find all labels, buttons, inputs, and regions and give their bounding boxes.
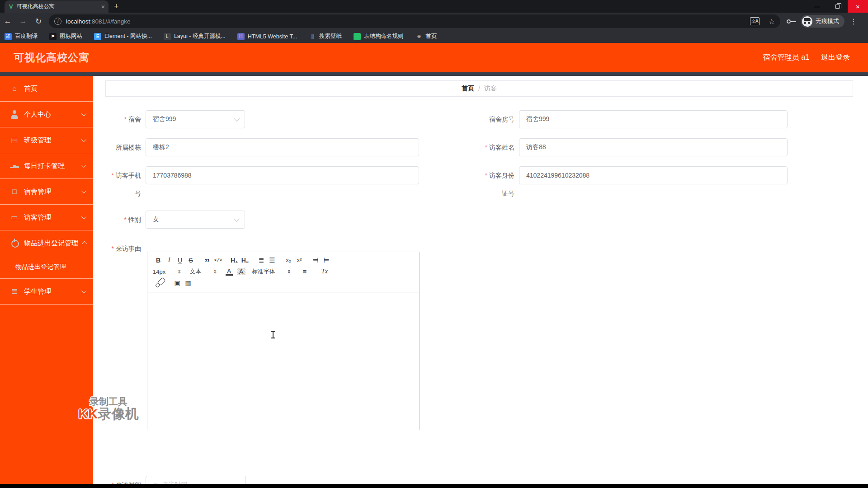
superscript-button[interactable]: x² (294, 256, 305, 264)
id-card-input[interactable]: 410224199610232088 (519, 166, 788, 184)
url-text[interactable]: localhost:8081/#/fangke (66, 18, 745, 25)
bookmark-item[interactable]: |||搜索壁纸 (309, 33, 342, 40)
blockquote-button[interactable]: ” (202, 262, 212, 264)
phone-input[interactable]: 17703786988 (146, 166, 419, 184)
sidebar-menu: ⌂首页个人中心▤班级管理▂▅▃每日打卡管理□宿舍管理▭访客管理物品进出登记管理物… (0, 76, 93, 484)
browser-tab[interactable]: V 可视化高校公寓 × (5, 0, 108, 13)
size-picker[interactable]: 14px⇕ (153, 268, 181, 275)
sidebar-item-class[interactable]: ▤班级管理 (0, 127, 93, 153)
minimize-button[interactable]: — (807, 0, 827, 13)
list-ordered-button[interactable]: ≣ (256, 256, 267, 264)
italic-button[interactable]: I (164, 256, 175, 264)
bookmark-item[interactable]: ⊕首页 (415, 33, 437, 40)
home-icon: ⌂ (10, 84, 19, 93)
video-button[interactable]: ▦ (183, 279, 193, 287)
reason-label: *来访事由 (106, 239, 141, 258)
password-key-icon[interactable] (787, 19, 791, 23)
watermark-line2: KK录像机 (68, 407, 149, 421)
editor-body[interactable] (147, 292, 419, 434)
breadcrumb-separator: / (478, 85, 480, 92)
incognito-label: 无痕模式 (816, 17, 839, 25)
outdent-button[interactable]: ⊨ (310, 256, 321, 264)
restore-button[interactable] (827, 0, 848, 13)
header2-button[interactable]: H₂ (240, 256, 250, 264)
sidebar-item-dorm[interactable]: □宿舍管理 (0, 179, 93, 204)
browser-menu-icon[interactable]: ⋮ (850, 17, 857, 26)
align-button[interactable]: ≡ (299, 267, 310, 276)
link-button[interactable] (155, 278, 165, 288)
phone-label: *访客手机号 (106, 166, 141, 202)
back-button[interactable]: ← (0, 17, 15, 26)
new-tab-button[interactable]: + (114, 2, 119, 13)
sidebar-item-label: 宿舍管理 (24, 188, 51, 196)
chevron-down-icon (81, 111, 86, 116)
chart-icon: ▂▅▃ (10, 161, 19, 170)
size-picker-label: 14px (153, 268, 165, 275)
bold-button[interactable]: B (153, 256, 164, 264)
indent-button[interactable]: ⊨ (321, 256, 332, 264)
bookmark-label: 表结构命名规则 (364, 33, 404, 40)
header1-button[interactable]: H₁ (229, 256, 240, 264)
current-user[interactable]: 宿舍管理员 a1 (763, 53, 809, 62)
gender-select[interactable]: 女 (146, 211, 245, 229)
bookmark-item[interactable]: ⚑图标网站 (49, 33, 82, 40)
window-controls: — × (807, 0, 868, 13)
sidebar-item-label: 学生管理 (24, 287, 51, 296)
watermark-line1: 录制工具 (68, 397, 149, 407)
code-button[interactable]: </> (212, 256, 223, 264)
frame-icon: □ (10, 187, 19, 196)
sidebar-item-home[interactable]: ⌂首页 (0, 76, 93, 101)
logout-link[interactable]: 退出登录 (821, 53, 850, 62)
bookmark-favicon-icon: E (94, 33, 101, 40)
rich-text-editor[interactable]: BIUS”</>H₁H₂≣☰x₂x²⊨⊨14px⇕文本⇕AA标准字体⇕≡Tx▣▦ (147, 252, 420, 430)
subscript-button[interactable]: x₂ (283, 256, 294, 264)
bookmark-item[interactable]: 表结构命名规则 (354, 33, 404, 40)
sidebar-item-profile[interactable]: 个人中心 (0, 102, 93, 127)
bookmark-item[interactable]: LLayui - 经典开源模... (164, 33, 226, 40)
browser-toolbar: ← → ↻ i localhost:8081/#/fangke 文A ☆ 无痕模… (0, 13, 868, 30)
visit-time-input[interactable]: ◷ 来访时间 (146, 476, 246, 484)
list-bullet-button[interactable]: ☰ (267, 256, 278, 264)
breadcrumb-current: 访客 (484, 84, 497, 93)
room-input[interactable]: 宿舍999 (519, 110, 788, 128)
block-picker[interactable]: 文本⇕ (189, 267, 217, 276)
sidebar-item-goods[interactable]: 物品进出登记管理 (0, 230, 93, 256)
sidebar-item-student[interactable]: ≣学生管理 (0, 279, 93, 304)
sidebar-item-visitor[interactable]: ▭访客管理 (0, 205, 93, 230)
sidebar-subitem[interactable]: 物品进出登记管理 (0, 256, 93, 278)
bookmark-star-icon[interactable]: ☆ (769, 17, 775, 26)
monitor-icon: ▭ (10, 213, 19, 222)
clean-button[interactable]: Tx (319, 267, 330, 276)
reload-button[interactable]: ↻ (31, 17, 46, 26)
bookmark-item[interactable]: EElement - 网站快... (94, 33, 152, 40)
building-input[interactable]: 楼栋2 (146, 138, 419, 156)
color-a-button[interactable]: A (226, 268, 233, 276)
underline-button[interactable]: U (175, 256, 185, 264)
chevron-down-icon (81, 288, 86, 293)
restore-icon (835, 5, 840, 9)
bookmark-item[interactable]: HHTML5 Website T... (237, 33, 297, 40)
dorm-select[interactable]: 宿舍999 (146, 110, 245, 128)
address-bar[interactable]: i localhost:8081/#/fangke 文A ☆ (49, 14, 780, 28)
main-content: 首页 / 访客 *宿舍 宿舍999 宿舍房号 宿舍999 所属楼栋 楼栋2 *访… (93, 76, 868, 484)
translate-icon[interactable]: 文A (750, 17, 760, 25)
bookmark-favicon-icon: ⚑ (49, 33, 57, 40)
font-picker[interactable]: 标准字体⇕ (252, 267, 291, 276)
tab-close-icon[interactable]: × (101, 4, 105, 10)
sidebar-item-checkin[interactable]: ▂▅▃每日打卡管理 (0, 153, 93, 178)
close-button[interactable]: × (848, 0, 868, 13)
forward-button[interactable]: → (15, 17, 31, 26)
incognito-badge: 无痕模式 (801, 15, 844, 28)
bookmark-item[interactable]: 译百度翻译 (5, 33, 38, 40)
site-info-icon[interactable]: i (54, 18, 61, 25)
breadcrumb-home[interactable]: 首页 (462, 84, 474, 93)
chevron-down-icon (81, 163, 86, 168)
block-picker-label: 文本 (189, 267, 201, 276)
list-icon: ≣ (10, 287, 19, 296)
strike-button[interactable]: S (185, 256, 196, 264)
visitor-name-input[interactable]: 访客88 (519, 138, 788, 156)
image-button[interactable]: ▣ (172, 279, 183, 287)
power-icon (10, 239, 19, 248)
chevron-down-icon (81, 214, 86, 219)
bg-a-button[interactable]: A (237, 268, 245, 275)
